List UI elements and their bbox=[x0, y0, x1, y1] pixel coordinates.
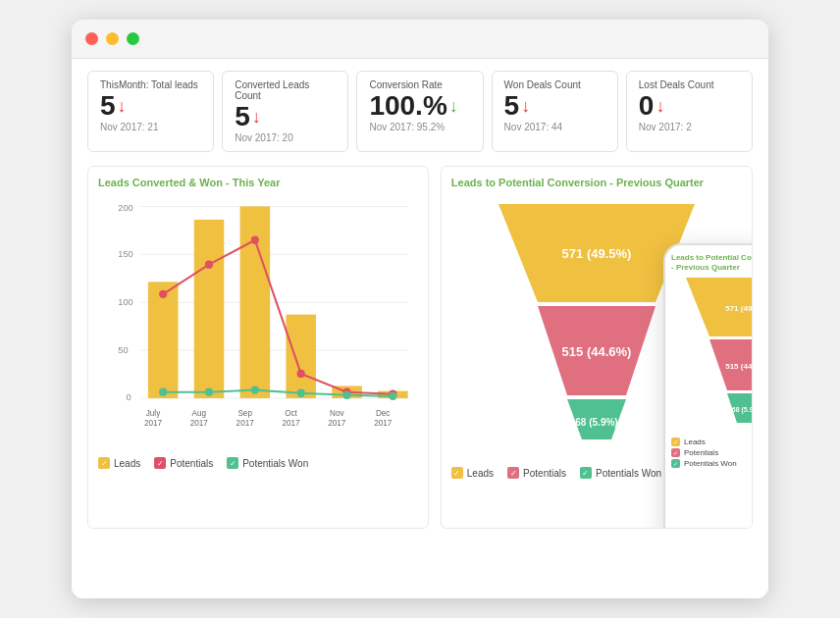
stat-sub-2: Nov 2017: 95.2% bbox=[369, 122, 470, 132]
maximize-dot[interactable] bbox=[127, 32, 139, 45]
legend-leads-box: ✓ bbox=[98, 457, 110, 469]
stat-value-2: 100.% ↓ bbox=[369, 92, 470, 120]
legend-leads-label: Leads bbox=[114, 458, 140, 469]
legend-leads: ✓ Leads bbox=[98, 457, 140, 469]
stat-label-3: Won Deals Count bbox=[504, 79, 605, 90]
funnel-chart-panel: Leads to Potential Conversion - Previous… bbox=[441, 166, 753, 529]
phone-legend-won-box: ✓ bbox=[671, 459, 680, 468]
svg-text:2017: 2017 bbox=[190, 419, 209, 428]
phone-legend-leads: ✓ Leads bbox=[671, 438, 753, 446]
legend-potentials-won-label: Potentials Won bbox=[242, 458, 308, 469]
phone-legend-leads-label: Leads bbox=[684, 438, 706, 446]
potentials-dot-0 bbox=[159, 290, 167, 298]
bar-aug bbox=[194, 220, 225, 398]
svg-text:150: 150 bbox=[118, 249, 132, 259]
stat-conversion-rate: Conversion Rate 100.% ↓ Nov 2017: 95.2% bbox=[356, 71, 483, 152]
won-dot-5 bbox=[389, 392, 396, 400]
bar-chart-svg: 200 150 100 50 0 bbox=[98, 196, 418, 451]
phone-legend: ✓ Leads ✓ Potentials ✓ Potentials Won bbox=[671, 438, 753, 468]
stat-label-4: Lost Deals Count bbox=[639, 79, 740, 90]
svg-text:Sep: Sep bbox=[237, 409, 252, 418]
content-area: ThisMonth: Total leads 5 ↓ Nov 2017: 21 … bbox=[72, 59, 768, 598]
svg-text:0: 0 bbox=[127, 392, 131, 402]
stat-lost-deals: Lost Deals Count 0 ↓ Nov 2017: 2 bbox=[626, 71, 753, 152]
main-window: ThisMonth: Total leads 5 ↓ Nov 2017: 21 … bbox=[72, 20, 768, 598]
stat-converted-leads: Converted Leads Count 5 ↓ Nov 2017: 20 bbox=[222, 71, 348, 152]
won-dot-3 bbox=[297, 389, 305, 397]
bar-chart-legend: ✓ Leads ✓ Potentials ✓ Potentials Won bbox=[98, 457, 418, 469]
phone-legend-won-label: Potentials Won bbox=[684, 459, 737, 468]
phone-funnel-svg: 571 (49.5%) 515 (44.6%) 68 (5.9%) bbox=[678, 278, 753, 430]
title-bar bbox=[72, 20, 768, 59]
stat-label-1: Converted Leads Count bbox=[235, 79, 336, 101]
legend-potentials-won: ✓ Potentials Won bbox=[227, 457, 308, 469]
stats-row: ThisMonth: Total leads 5 ↓ Nov 2017: 21 … bbox=[87, 71, 753, 152]
arrow-down-icon-0: ↓ bbox=[118, 97, 127, 115]
funnel-legend-leads-label: Leads bbox=[467, 468, 494, 479]
svg-text:2017: 2017 bbox=[374, 419, 393, 428]
bar-sep bbox=[240, 206, 271, 398]
funnel-label-won: 68 (5.9%) bbox=[575, 417, 617, 428]
bar-chart-panel: Leads Converted & Won - This Year 200 15… bbox=[87, 166, 429, 529]
arrow-down-icon-3: ↓ bbox=[521, 97, 530, 115]
funnel-legend-won: ✓ Potentials Won bbox=[580, 467, 661, 479]
svg-text:July: July bbox=[146, 409, 161, 418]
stat-sub-3: Nov 2017: 44 bbox=[504, 122, 605, 132]
arrow-down-icon-1: ↓ bbox=[252, 108, 261, 126]
funnel-legend-leads: ✓ Leads bbox=[451, 467, 494, 479]
stat-value-0: 5 ↓ bbox=[100, 92, 201, 120]
stat-sub-4: Nov 2017: 2 bbox=[639, 122, 740, 132]
svg-text:200: 200 bbox=[118, 202, 132, 212]
phone-legend-leads-box: ✓ bbox=[671, 438, 680, 446]
funnel-legend-potentials: ✓ Potentials bbox=[507, 467, 566, 479]
won-dot-0 bbox=[159, 388, 167, 396]
funnel-label-leads: 571 (49.5%) bbox=[561, 246, 631, 261]
phone-title: Leads to Potential Conversion- Previous … bbox=[671, 253, 753, 274]
funnel-label-potentials: 515 (44.6%) bbox=[561, 344, 631, 359]
phone-funnel-label-leads: 571 (49.5%) bbox=[725, 304, 753, 313]
bar-chart-area: 200 150 100 50 0 bbox=[98, 196, 418, 451]
phone-funnel-label-won: 68 (5.9%) bbox=[732, 406, 753, 414]
phone-legend-potentials-box: ✓ bbox=[671, 448, 680, 457]
potentials-dot-1 bbox=[205, 261, 213, 269]
phone-legend-won: ✓ Potentials Won bbox=[671, 459, 753, 468]
close-dot[interactable] bbox=[85, 32, 98, 45]
svg-text:2017: 2017 bbox=[328, 419, 346, 428]
funnel-legend-potentials-box: ✓ bbox=[507, 467, 519, 479]
svg-text:Nov: Nov bbox=[330, 409, 344, 418]
stat-won-deals: Won Deals Count 5 ↓ Nov 2017: 44 bbox=[492, 71, 618, 152]
phone-funnel: 571 (49.5%) 515 (44.6%) 68 (5.9%) bbox=[671, 278, 753, 430]
funnel-legend-leads-box: ✓ bbox=[451, 467, 463, 479]
bar-july bbox=[148, 282, 179, 398]
funnel-legend-won-box: ✓ bbox=[580, 467, 592, 479]
phone-mockup: Leads to Potential Conversion- Previous … bbox=[663, 243, 753, 529]
legend-potentials-box: ✓ bbox=[154, 457, 166, 469]
stat-sub-0: Nov 2017: 21 bbox=[100, 122, 201, 132]
potentials-dot-2 bbox=[251, 236, 259, 244]
phone-legend-potentials-label: Potentials bbox=[684, 448, 718, 457]
minimize-dot[interactable] bbox=[106, 32, 119, 45]
funnel-chart-title: Leads to Potential Conversion - Previous… bbox=[451, 177, 742, 188]
phone-funnel-label-potentials: 515 (44.6%) bbox=[725, 362, 753, 371]
stat-value-3: 5 ↓ bbox=[504, 92, 605, 120]
stat-label-0: ThisMonth: Total leads bbox=[100, 79, 201, 90]
svg-text:100: 100 bbox=[118, 297, 132, 307]
stat-value-1: 5 ↓ bbox=[235, 103, 336, 130]
potentials-dot-3 bbox=[297, 370, 305, 378]
won-dot-1 bbox=[205, 388, 213, 396]
legend-potentials-label: Potentials bbox=[170, 458, 213, 469]
svg-text:50: 50 bbox=[118, 345, 128, 355]
arrow-down-icon-4: ↓ bbox=[656, 97, 664, 115]
stat-value-4: 0 ↓ bbox=[639, 92, 740, 120]
svg-text:2017: 2017 bbox=[282, 419, 300, 428]
won-dot-2 bbox=[251, 386, 259, 393]
charts-row: Leads Converted & Won - This Year 200 15… bbox=[87, 166, 753, 529]
funnel-legend-potentials-label: Potentials bbox=[523, 468, 566, 479]
svg-text:2017: 2017 bbox=[144, 419, 163, 428]
bar-oct bbox=[286, 315, 316, 398]
stat-sub-1: Nov 2017: 20 bbox=[235, 132, 336, 143]
bar-chart-title: Leads Converted & Won - This Year bbox=[98, 177, 418, 188]
phone-legend-potentials: ✓ Potentials bbox=[671, 448, 753, 457]
arrow-down-green-icon: ↓ bbox=[449, 97, 458, 115]
legend-potentials: ✓ Potentials bbox=[154, 457, 213, 469]
